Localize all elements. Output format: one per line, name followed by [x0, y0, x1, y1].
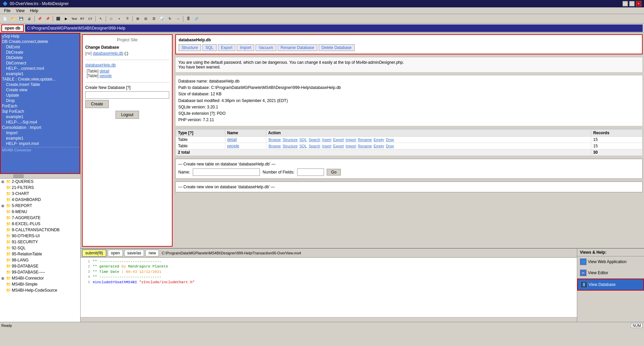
- left-item-dbdelete[interactable]: DbDelete: [1, 55, 80, 60]
- go-button[interactable]: Go: [327, 169, 341, 176]
- toolbar-pin1[interactable]: 📌: [36, 15, 43, 22]
- tab-delete[interactable]: Delete Database: [319, 44, 355, 51]
- menu-file[interactable]: File: [1, 8, 13, 14]
- tab-import[interactable]: Import: [237, 44, 254, 51]
- empty-detail[interactable]: Empty: [374, 138, 384, 142]
- left-item-dbexist[interactable]: DbExist: [1, 44, 80, 50]
- menu-help[interactable]: Help: [27, 8, 41, 14]
- create-db-button[interactable]: Create: [85, 100, 109, 108]
- left-item-foreach[interactable]: ForEach: [1, 103, 80, 109]
- toolbar-pin2[interactable]: 📌: [44, 15, 51, 22]
- drop-people[interactable]: Drop: [386, 144, 394, 148]
- current-db-link[interactable]: databaseHelp.db: [93, 51, 124, 56]
- left-item-create-view[interactable]: Create view: [1, 87, 80, 93]
- detail-link[interactable]: detail: [227, 137, 237, 142]
- toolbar-text[interactable]: Text: [71, 15, 78, 22]
- toolbar-table[interactable]: ⊟: [142, 15, 149, 22]
- table-detail-link[interactable]: detail: [100, 69, 109, 73]
- left-item-help-import[interactable]: HELP- import.ms4: [1, 141, 80, 146]
- toolbar-connect[interactable]: 🔗: [193, 15, 200, 22]
- toolbar-grid[interactable]: ⊞: [134, 15, 141, 22]
- tree-item-21-filters[interactable]: ⊞ 📁 21-FILTERS: [0, 185, 80, 191]
- table-name-input[interactable]: [193, 168, 260, 176]
- toolbar-refresh[interactable]: ↻: [166, 15, 174, 22]
- export-detail[interactable]: Export: [333, 138, 344, 142]
- toolbar-db[interactable]: 🗄: [185, 15, 192, 22]
- tree-item-2-queries[interactable]: ⊞ 📁 2-QUERIES: [0, 179, 80, 185]
- tree-item-98-lang[interactable]: ⊞ 📁 98-LANG: [0, 257, 80, 263]
- left-item-help-connect[interactable]: HELP-...connect.ms4: [1, 66, 80, 71]
- browse-detail[interactable]: Browse: [269, 138, 281, 142]
- h-scroll-thumb[interactable]: [13, 175, 24, 178]
- left-item-drop[interactable]: Drop: [1, 98, 80, 103]
- submit-button[interactable]: submit(f8): [82, 249, 106, 257]
- tree-item-6-menu[interactable]: ⊞ 📁 6-MENU: [0, 209, 80, 215]
- rename-people[interactable]: Rename: [358, 144, 372, 148]
- left-item-db-create[interactable]: DB Create,connect,delete: [1, 39, 80, 44]
- tree-item-7-aggregate[interactable]: ⊞ 📁 7-AGGREGATE: [0, 215, 80, 221]
- toolbar-new[interactable]: 📄: [1, 15, 9, 22]
- left-item-example1-db[interactable]: example1: [1, 71, 80, 77]
- db-name-link[interactable]: databaseHelp.db: [85, 63, 169, 67]
- toolbar-save[interactable]: 💾: [17, 15, 25, 22]
- left-item-help-sql[interactable]: HELP-...-Sql.ms4: [1, 119, 80, 125]
- toolbar-ct[interactable]: CT: [87, 15, 94, 22]
- left-item-update[interactable]: Update: [1, 93, 80, 98]
- fields-count-input[interactable]: [297, 168, 324, 176]
- toolbar-cursor[interactable]: ↖: [97, 15, 104, 22]
- insert-detail[interactable]: Insert: [322, 138, 331, 142]
- toolbar-chart[interactable]: 📊: [158, 15, 166, 22]
- tree-item-92-sql[interactable]: ⊞ 📁 92-SQL: [0, 245, 80, 251]
- maximize-button[interactable]: □: [629, 1, 635, 6]
- empty-people[interactable]: Empty: [374, 144, 384, 148]
- logout-button[interactable]: Logout: [116, 111, 139, 119]
- people-link[interactable]: people: [227, 144, 239, 148]
- help-item-database[interactable]: 🗄 View Database: [577, 279, 644, 291]
- tab-structure[interactable]: Structure: [179, 44, 201, 51]
- left-item-dbcreate[interactable]: DbCreate: [1, 50, 80, 55]
- tree-item-91-security[interactable]: ⊞ 📁 91-SECURITY: [0, 239, 80, 245]
- tab-export[interactable]: Export: [218, 44, 236, 51]
- help-item-editor[interactable]: ✏ View Editor: [577, 267, 644, 279]
- save-as-button[interactable]: save/as: [124, 250, 144, 256]
- tree-item-99-database[interactable]: ⊞ 📁 99-DATABASE: [0, 263, 80, 269]
- import-people[interactable]: Import: [346, 144, 356, 148]
- new-db-input[interactable]: [85, 91, 169, 99]
- new-button[interactable]: new: [145, 250, 159, 256]
- toolbar-rt[interactable]: RT: [79, 15, 86, 22]
- help-item-web-app[interactable]: 🌐 View Web Application: [577, 256, 644, 267]
- left-item-create-insert[interactable]: Create,Insert Table: [1, 82, 80, 87]
- tab-rename[interactable]: Rename Database: [278, 44, 317, 51]
- toolbar-list[interactable]: ☰: [150, 15, 157, 22]
- left-item-consolidation[interactable]: Consolidation : Import: [1, 125, 80, 130]
- left-item-mysql-help[interactable]: ySql-Help: [1, 34, 80, 39]
- toolbar-stop[interactable]: ⬛: [54, 15, 62, 22]
- tree-item-8-excel[interactable]: ⊞ 📁 8-EXCEL-PLUS: [0, 221, 80, 227]
- tree-item-90-others[interactable]: ⊞ 📁 90-OTHERS-UI: [0, 233, 80, 239]
- left-item-table-create[interactable]: TABLE : Create,view,update...: [1, 77, 80, 82]
- tab-vacuum[interactable]: Vacuum: [256, 44, 276, 51]
- toolbar-arrow[interactable]: →: [174, 15, 182, 22]
- tree-item-ms4bi-connector[interactable]: ⊞ 📁 MS4BI-Connector: [0, 275, 80, 281]
- tree-item-9-calltrans[interactable]: ⊞ 📁 9-CALLTRANSACTIONDB: [0, 227, 80, 233]
- toolbar-open[interactable]: 📂: [9, 15, 17, 22]
- browse-people[interactable]: Browse: [269, 144, 281, 148]
- rename-detail[interactable]: Rename: [358, 138, 372, 142]
- search-people[interactable]: Search: [309, 144, 320, 148]
- code-editor[interactable]: 1 ** ---------------------------- 2 ** g…: [81, 258, 577, 317]
- left-item-dbconnect[interactable]: DbConnect: [1, 60, 80, 66]
- tree-item-3-chart[interactable]: ⊞ 📁 3-CHART: [0, 191, 80, 197]
- toolbar-run[interactable]: ▶: [62, 15, 70, 22]
- left-item-sql-foreach[interactable]: Sql ForEach: [1, 109, 80, 114]
- toolbar-print[interactable]: 🖨: [26, 15, 33, 22]
- tree-item-ms4bi-simple[interactable]: ⊞ 📁 MS4BI-Simple: [0, 281, 80, 287]
- structure-detail[interactable]: Structure: [283, 138, 298, 142]
- tree-item-4-dashboard[interactable]: ⊞ 📁 4-DASHBOARD: [0, 197, 80, 203]
- left-item-import[interactable]: Import: [1, 130, 80, 136]
- import-detail[interactable]: Import: [346, 138, 356, 142]
- tree-item-95-relation[interactable]: ⊞ 📁 95-RelationTable: [0, 251, 80, 257]
- tab-sql[interactable]: SQL: [202, 44, 217, 51]
- toolbar-box2[interactable]: ▪: [116, 15, 123, 22]
- export-people[interactable]: Export: [333, 144, 344, 148]
- tree-item-ms4bi-help[interactable]: ⊞ 📁 MS4BI-Help-CodeSource: [0, 287, 80, 293]
